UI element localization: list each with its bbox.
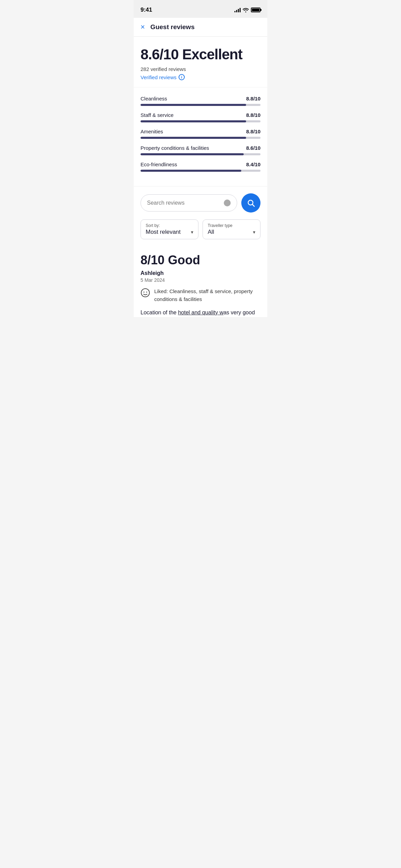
search-section	[134, 186, 267, 219]
review-underlined-text: hotel and quality w	[178, 310, 223, 315]
status-icons	[234, 8, 260, 12]
header: × Guest reviews	[134, 18, 267, 37]
rating-amenities: Amenities 8.8/10	[141, 129, 260, 139]
status-bar: 9:41	[134, 0, 267, 18]
verified-count: 282 verified reviews	[141, 66, 260, 72]
ratings-section: Cleanliness 8.8/10 Staff & service 8.8/1…	[134, 87, 267, 186]
sort-by-value-row: Most relevant ▾	[146, 229, 193, 236]
rating-label: Amenities	[141, 129, 163, 134]
rating-value: 8.4/10	[246, 161, 260, 167]
progress-fill	[141, 120, 246, 122]
wifi-icon	[243, 8, 249, 12]
search-input[interactable]	[147, 200, 224, 206]
verified-reviews-link[interactable]: Verified reviews i	[141, 74, 260, 80]
rating-value: 8.8/10	[246, 96, 260, 101]
rating-property: Property conditions & facilities 8.6/10	[141, 145, 260, 155]
chevron-down-icon: ▾	[253, 229, 255, 235]
search-dot-indicator	[224, 200, 231, 206]
sort-by-value: Most relevant	[146, 229, 181, 236]
reviewer-name: Ashleigh	[141, 270, 260, 276]
main-content: × Guest reviews 8.6/10 Excellent 282 ver…	[134, 18, 267, 317]
review-score: 8/10 Good	[141, 253, 260, 267]
rating-label: Cleanliness	[141, 96, 167, 101]
rating-cleanliness: Cleanliness 8.8/10	[141, 96, 260, 106]
traveller-type-label: Traveller type	[208, 223, 255, 228]
progress-track	[141, 137, 260, 139]
rating-eco: Eco-friendliness 8.4/10	[141, 161, 260, 172]
svg-point-3	[144, 292, 145, 293]
progress-track	[141, 153, 260, 155]
rating-label: Staff & service	[141, 112, 173, 118]
review-liked-text: Liked: Cleanliness, staff & service, pro…	[154, 288, 260, 303]
rating-value: 8.8/10	[246, 129, 260, 134]
traveller-type-dropdown[interactable]: Traveller type All ▾	[203, 219, 260, 239]
traveller-type-value-row: All ▾	[208, 229, 255, 236]
rating-staff: Staff & service 8.8/10	[141, 112, 260, 122]
overall-score: 8.6/10 Excellent	[141, 46, 260, 63]
svg-line-1	[253, 205, 255, 207]
smiley-icon	[141, 288, 150, 298]
rating-label: Eco-friendliness	[141, 161, 177, 167]
status-time: 9:41	[141, 7, 152, 13]
svg-point-2	[141, 289, 149, 297]
close-button[interactable]: ×	[141, 23, 145, 31]
score-section: 8.6/10 Excellent 282 verified reviews Ve…	[134, 37, 267, 87]
rating-label: Property conditions & facilities	[141, 145, 209, 151]
svg-point-4	[146, 292, 147, 293]
search-button[interactable]	[241, 193, 260, 213]
progress-fill	[141, 170, 241, 172]
traveller-type-value: All	[208, 229, 214, 236]
sort-by-label: Sort by:	[146, 223, 193, 228]
signal-icon	[234, 8, 241, 12]
progress-track	[141, 120, 260, 122]
progress-fill	[141, 104, 246, 106]
info-icon: i	[179, 74, 185, 80]
battery-icon	[251, 8, 260, 12]
sort-by-dropdown[interactable]: Sort by: Most relevant ▾	[141, 219, 198, 239]
review-body: Location of the hotel and quality was ve…	[141, 309, 260, 317]
progress-fill	[141, 137, 246, 139]
search-icon	[247, 199, 255, 207]
filter-section: Sort by: Most relevant ▾ Traveller type …	[134, 219, 267, 246]
review-section: 8/10 Good Ashleigh 5 Mar 2024 Liked: Cle…	[134, 246, 267, 317]
progress-track	[141, 104, 260, 106]
review-liked: Liked: Cleanliness, staff & service, pro…	[141, 288, 260, 303]
progress-fill	[141, 153, 244, 155]
progress-track	[141, 170, 260, 172]
header-title: Guest reviews	[150, 23, 195, 31]
search-input-wrapper[interactable]	[141, 194, 237, 212]
rating-value: 8.6/10	[246, 145, 260, 151]
rating-value: 8.8/10	[246, 112, 260, 118]
chevron-down-icon: ▾	[191, 229, 193, 235]
review-date: 5 Mar 2024	[141, 277, 260, 283]
